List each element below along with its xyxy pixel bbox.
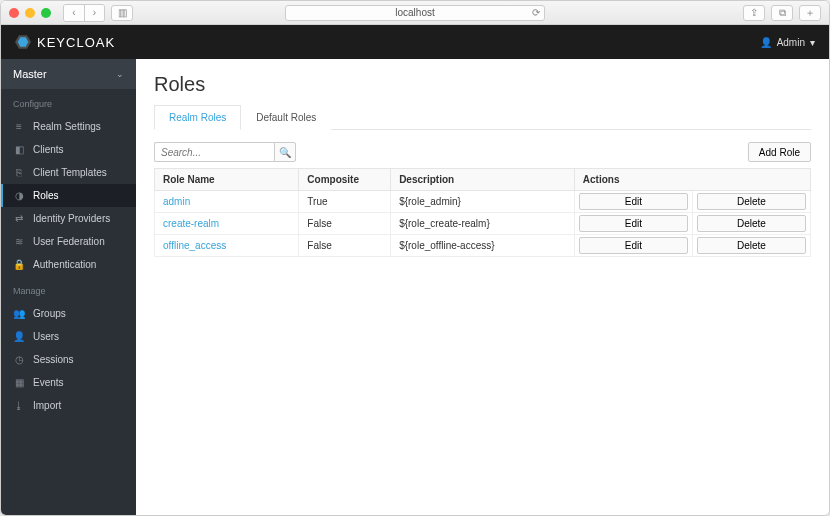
user-icon: 👤: [13, 331, 25, 342]
sidebar-toggle-icon[interactable]: ▥: [111, 5, 133, 21]
sidebar: Master ⌄ Configure≡Realm Settings◧Client…: [1, 59, 136, 515]
chevron-down-icon: ⌄: [116, 69, 124, 79]
tab-default-roles[interactable]: Default Roles: [241, 105, 331, 130]
composite-cell: False: [299, 213, 391, 235]
minimize-window-icon[interactable]: [25, 8, 35, 18]
sidebar-item-clients[interactable]: ◧Clients: [1, 138, 136, 161]
nav-back-forward: ‹ ›: [63, 4, 105, 22]
calendar-icon: ▦: [13, 377, 25, 388]
sidebar-section-header: Manage: [1, 276, 136, 302]
tabs: Realm RolesDefault Roles: [154, 104, 811, 130]
keycloak-hex-icon: [15, 34, 31, 50]
table-row: offline_accessFalse${role_offline-access…: [155, 235, 811, 257]
titlebar: ‹ › ▥ localhost ⟳ ⇪ ⧉ ＋: [1, 1, 829, 25]
column-header: Role Name: [155, 169, 299, 191]
sidebar-item-sessions[interactable]: ◷Sessions: [1, 348, 136, 371]
bookmark-icon: ◑: [13, 190, 25, 201]
brand-text: KEYCLOAK: [37, 35, 115, 50]
sidebar-item-realm-settings[interactable]: ≡Realm Settings: [1, 115, 136, 138]
table-row: create-realmFalse${role_create-realm}Edi…: [155, 213, 811, 235]
browser-window: ‹ › ▥ localhost ⟳ ⇪ ⧉ ＋ KEYCLOAK 👤 Admin…: [0, 0, 830, 516]
sidebar-item-label: User Federation: [33, 236, 105, 247]
share-icon[interactable]: ⇪: [743, 5, 765, 21]
db-icon: ≋: [13, 236, 25, 247]
realm-selector[interactable]: Master ⌄: [1, 59, 136, 89]
sidebar-item-events[interactable]: ▦Events: [1, 371, 136, 394]
sidebar-item-label: Users: [33, 331, 59, 342]
sidebar-item-groups[interactable]: 👥Groups: [1, 302, 136, 325]
role-name-link[interactable]: admin: [163, 196, 190, 207]
composite-cell: False: [299, 235, 391, 257]
sidebar-item-label: Roles: [33, 190, 59, 201]
role-name-link[interactable]: create-realm: [163, 218, 219, 229]
delete-button[interactable]: Delete: [697, 215, 806, 232]
user-menu[interactable]: 👤 Admin ▾: [760, 37, 815, 48]
role-name-link[interactable]: offline_access: [163, 240, 226, 251]
user-label: Admin: [777, 37, 805, 48]
add-role-button[interactable]: Add Role: [748, 142, 811, 162]
sidebar-item-label: Events: [33, 377, 64, 388]
sidebar-item-user-federation[interactable]: ≋User Federation: [1, 230, 136, 253]
tab-realm-roles[interactable]: Realm Roles: [154, 105, 241, 130]
chevron-down-icon: ▾: [810, 37, 815, 48]
description-cell: ${role_admin}: [391, 191, 575, 213]
app-header: KEYCLOAK 👤 Admin ▾: [1, 25, 829, 59]
tag-icon: ◧: [13, 144, 25, 155]
tabs-icon[interactable]: ⧉: [771, 5, 793, 21]
delete-button[interactable]: Delete: [697, 237, 806, 254]
edit-button[interactable]: Edit: [579, 237, 688, 254]
sidebar-item-label: Import: [33, 400, 61, 411]
new-tab-icon[interactable]: ＋: [799, 5, 821, 21]
clock-icon: ◷: [13, 354, 25, 365]
description-cell: ${role_create-realm}: [391, 213, 575, 235]
delete-button[interactable]: Delete: [697, 193, 806, 210]
zoom-window-icon[interactable]: [41, 8, 51, 18]
search-icon: 🔍: [279, 147, 291, 158]
url-text: localhost: [395, 7, 434, 18]
sidebar-item-roles[interactable]: ◑Roles: [1, 184, 136, 207]
sidebar-item-users[interactable]: 👤Users: [1, 325, 136, 348]
sliders-icon: ≡: [13, 121, 25, 132]
search-button[interactable]: 🔍: [274, 142, 296, 162]
sidebar-item-client-templates[interactable]: ⎘Client Templates: [1, 161, 136, 184]
copy-icon: ⎘: [13, 167, 25, 178]
sidebar-item-label: Clients: [33, 144, 64, 155]
exchange-icon: ⇄: [13, 213, 25, 224]
back-button[interactable]: ‹: [64, 5, 84, 21]
url-bar[interactable]: localhost ⟳: [285, 5, 545, 21]
sidebar-item-label: Client Templates: [33, 167, 107, 178]
roles-table: Role NameCompositeDescriptionActions adm…: [154, 168, 811, 257]
forward-button[interactable]: ›: [84, 5, 104, 21]
sidebar-item-label: Groups: [33, 308, 66, 319]
sidebar-item-label: Realm Settings: [33, 121, 101, 132]
user-icon: 👤: [760, 37, 772, 48]
reload-icon[interactable]: ⟳: [532, 7, 540, 18]
sidebar-item-label: Sessions: [33, 354, 74, 365]
sidebar-section-header: Configure: [1, 89, 136, 115]
download-icon: ⭳: [13, 400, 25, 411]
column-header: Actions: [574, 169, 810, 191]
table-row: adminTrue${role_admin}EditDelete: [155, 191, 811, 213]
group-icon: 👥: [13, 308, 25, 319]
realm-name: Master: [13, 68, 47, 80]
edit-button[interactable]: Edit: [579, 215, 688, 232]
sidebar-item-label: Authentication: [33, 259, 96, 270]
composite-cell: True: [299, 191, 391, 213]
window-controls: [9, 8, 51, 18]
close-window-icon[interactable]: [9, 8, 19, 18]
search-input[interactable]: [154, 142, 274, 162]
column-header: Description: [391, 169, 575, 191]
sidebar-item-label: Identity Providers: [33, 213, 110, 224]
main-content: Roles Realm RolesDefault Roles 🔍 Add Rol…: [136, 59, 829, 515]
description-cell: ${role_offline-access}: [391, 235, 575, 257]
sidebar-item-identity-providers[interactable]: ⇄Identity Providers: [1, 207, 136, 230]
lock-icon: 🔒: [13, 259, 25, 270]
table-toolbar: 🔍 Add Role: [154, 142, 811, 162]
page-title: Roles: [154, 73, 811, 96]
edit-button[interactable]: Edit: [579, 193, 688, 210]
column-header: Composite: [299, 169, 391, 191]
sidebar-item-authentication[interactable]: 🔒Authentication: [1, 253, 136, 276]
brand-logo[interactable]: KEYCLOAK: [15, 34, 115, 50]
sidebar-item-import[interactable]: ⭳Import: [1, 394, 136, 417]
